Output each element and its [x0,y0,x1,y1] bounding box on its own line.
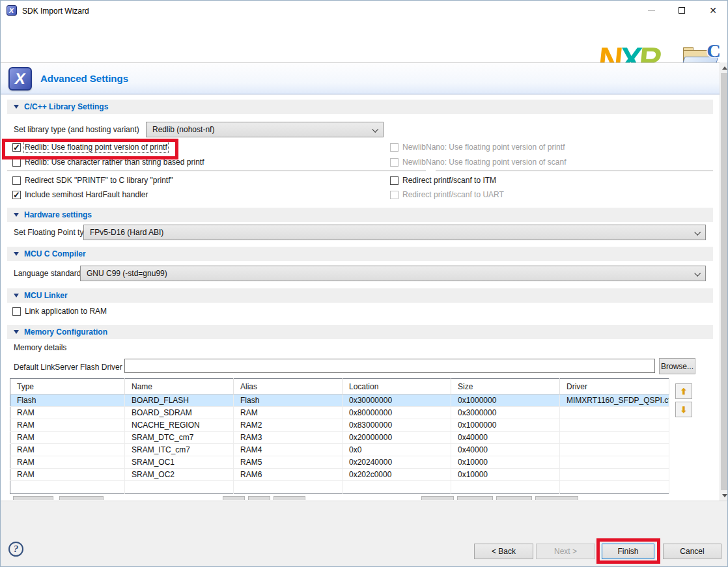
table-cell: RAM3 [234,432,343,444]
checkbox-icon [12,191,21,199]
arrow-down-icon: ⬇ [680,405,688,415]
checkbox-semihost-hardfault[interactable]: Include semihost HardFault handler [12,190,148,199]
checkbox-newlibnano-float-printf[interactable]: NewlibNano: Use floating point version o… [390,143,565,152]
clipped-button[interactable] [223,496,245,500]
library-type-dropdown[interactable]: Redlib (nohost-nf) [146,122,384,137]
table-row[interactable]: RAMSRAM_OC2RAM60x202c00000x10000 [10,469,669,481]
maximize-icon [679,7,685,14]
checkbox-icon [390,158,399,167]
table-cell: RAM [234,407,343,419]
flash-driver-input[interactable] [124,359,655,373]
section-library-settings[interactable]: C/C++ Library Settings [7,100,713,114]
clipped-button[interactable] [59,496,104,500]
back-button[interactable]: < Back [474,544,533,559]
maximize-button[interactable] [670,1,693,20]
checkbox-redirect-sdk-printf[interactable]: Redirect SDK "PRINTF" to C library "prin… [12,176,173,185]
minimize-button[interactable] [639,1,663,20]
collapse-triangle-icon [14,213,19,217]
next-button[interactable]: Next > [536,544,595,559]
checkbox-icon [12,176,21,185]
mcuxpresso-banner-icon: X [8,67,32,90]
chevron-down-icon [694,270,701,276]
checkbox-redirect-uart[interactable]: Redirect printf/scanf to UART [390,190,504,199]
clipped-button[interactable] [273,496,305,500]
column-header-driver[interactable]: Driver [560,379,669,394]
move-down-button[interactable]: ⬇ [675,402,692,417]
separator [7,171,426,171]
table-cell: 0x40000 [451,432,560,444]
clipped-button[interactable] [13,496,53,500]
column-header-location[interactable]: Location [343,379,451,394]
memory-table: TypeNameAliasLocationSizeDriver FlashBOA… [10,378,669,494]
scroll-up-button[interactable] [720,62,728,73]
section-memory-configuration[interactable]: Memory Configuration [7,325,713,339]
table-cell: RAM [10,419,125,432]
checkbox-redirect-itm[interactable]: Redirect printf/scanf to ITM [390,176,496,185]
clipped-button[interactable] [421,496,454,500]
checkbox-redlib-char-printf[interactable]: Redlib: Use character rather than string… [12,158,204,167]
floating-point-label: Set Floating Point type [14,228,92,237]
collapse-triangle-icon [14,330,19,334]
finish-button[interactable]: Finish [602,544,654,559]
table-cell: BOARD_FLASH [125,394,234,407]
table-row[interactable]: RAMNCACHE_REGIONRAM20x830000000x1000000 [10,419,669,432]
checkbox-redlib-float-printf[interactable]: Redlib: Use floating point version of pr… [12,143,167,152]
table-cell: 0x30000000 [343,394,451,407]
column-header-size[interactable]: Size [451,379,560,394]
table-cell [560,432,669,444]
library-type-label: Set library type (and hosting variant) [14,125,139,134]
section-hardware-settings[interactable]: Hardware settings [7,208,713,222]
section-mcu-linker[interactable]: MCU Linker [7,288,713,303]
column-header-type[interactable]: Type [10,379,125,394]
floating-point-dropdown[interactable]: FPv5-D16 (Hard ABI) [83,225,706,240]
table-cell: MIMXRT1160_SFDP_QSPI.cfx [560,394,669,407]
checkbox-icon [12,143,21,152]
table-cell: 0x80000000 [343,407,451,419]
cancel-button[interactable]: Cancel [663,544,721,559]
column-header-name[interactable]: Name [125,379,234,394]
close-button[interactable]: ✕ [701,1,725,20]
checkbox-icon [390,176,399,185]
mcuxpresso-app-icon: X [7,5,17,16]
move-up-button[interactable]: ⬆ [675,383,692,399]
table-cell [560,444,669,456]
table-cell: 0x83000000 [343,419,451,432]
clipped-button[interactable] [496,496,532,500]
memory-details-label: Memory details [14,343,66,352]
table-cell: 0x10000 [451,469,560,481]
clipped-button[interactable] [457,496,493,500]
title-bar: X SDK Import Wizard ✕ [1,1,728,20]
table-row[interactable]: RAMSRAM_DTC_cm7RAM30x200000000x40000 [10,432,669,444]
minimize-icon [648,10,655,11]
table-row[interactable]: RAMSRAM_ITC_cm7RAM40x00x40000 [10,444,669,456]
table-cell: RAM [10,444,125,456]
table-cell: RAM2 [234,419,343,432]
language-standard-dropdown[interactable]: GNU C99 (-std=gnu99) [80,266,706,281]
clipped-button[interactable] [248,496,270,500]
table-cell: 0x20240000 [343,456,451,469]
scroll-up-icon [722,66,727,70]
section-mcu-c-compiler[interactable]: MCU C Compiler [7,247,713,261]
scroll-down-button[interactable] [720,490,728,501]
table-header-row: TypeNameAliasLocationSizeDriver [10,379,669,394]
language-standard-label: Language standard [14,269,81,278]
table-cell: RAM [10,469,125,481]
vertical-scrollbar[interactable] [720,62,728,501]
collapse-triangle-icon [14,294,19,297]
scroll-down-icon [722,494,727,497]
table-cell: 0x202c0000 [343,469,451,481]
collapse-triangle-icon [14,105,19,109]
help-button[interactable]: ? [8,542,23,557]
wizard-banner: X Advanced Settings [1,62,720,94]
checkbox-link-to-ram[interactable]: Link application to RAM [12,307,107,316]
table-row[interactable]: RAMBOARD_SDRAMRAM0x800000000x3000000 [10,407,669,419]
table-row[interactable]: FlashBOARD_FLASHFlash0x300000000x1000000… [10,394,669,407]
table-cell [560,419,669,432]
table-row[interactable]: RAMSRAM_OC1RAM50x202400000x10000 [10,456,669,469]
clipped-button[interactable] [535,496,578,500]
checkbox-newlibnano-float-scanf[interactable]: NewlibNano: Use floating point version o… [390,158,566,167]
scrollbar-thumb[interactable] [721,73,728,490]
browse-button[interactable]: Browse... [659,358,695,374]
column-header-alias[interactable]: Alias [234,379,343,394]
page-title: Advanced Settings [40,73,128,84]
